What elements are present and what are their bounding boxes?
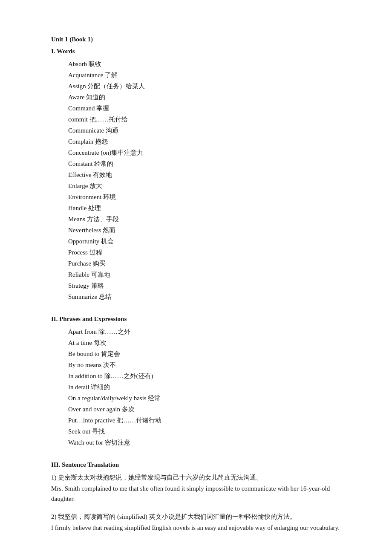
phrase-item: On a regular/daily/wekly basis 经常	[68, 393, 341, 403]
sentence-block: 1) 史密斯太太对我抱怨说，她经常发现与自己十六岁的女儿简直无法沟通。Mrs. …	[51, 472, 341, 504]
sentence-english: Mrs. Smith complained to me that she oft…	[51, 483, 341, 504]
section-phrases: II. Phrases and Expressions Apart from 除…	[51, 314, 341, 448]
phrase-list: Apart from 除……之外At a time 每次Be bound to …	[68, 327, 341, 448]
word-item: Concentrate (on)集中注意力	[68, 147, 341, 158]
word-item: Strategy 策略	[68, 280, 341, 291]
section-sentences-title: III. Sentence Translation	[51, 460, 341, 470]
phrase-item: At a time 每次	[68, 338, 341, 348]
sentence-english: I firmly believe that reading simplified…	[51, 523, 341, 533]
word-item: Process 过程	[68, 247, 341, 257]
section-words-title: I. Words	[51, 46, 341, 56]
word-item: Means 方法、手段	[68, 214, 341, 224]
word-item: Opportunity 机会	[68, 236, 341, 246]
phrase-item: Apart from 除……之外	[68, 327, 341, 337]
section-phrases-title: II. Phrases and Expressions	[51, 314, 341, 324]
phrase-item: By no means 决不	[68, 360, 341, 370]
main-title: Unit 1 (Book 1)	[51, 34, 341, 44]
phrase-item: In detail 详细的	[68, 382, 341, 392]
word-item: Assign 分配（任务）给某人	[68, 81, 341, 91]
section-sentences: III. Sentence Translation 1) 史密斯太太对我抱怨说，…	[51, 460, 341, 533]
phrase-item: In addition to 除……之外(还有)	[68, 371, 341, 381]
word-item: Acquaintance 了解	[68, 70, 341, 80]
sentence-blocks: 1) 史密斯太太对我抱怨说，她经常发现与自己十六岁的女儿简直无法沟通。Mrs. …	[51, 472, 341, 533]
word-item: Nevertheless 然而	[68, 225, 341, 235]
word-item: Summarize 总结	[68, 292, 341, 302]
word-item: Complain 抱怨	[68, 136, 341, 147]
word-item: Aware 知道的	[68, 92, 341, 102]
word-item: Comstant 经常的	[68, 159, 341, 169]
word-item: Environment 环境	[68, 192, 341, 202]
word-item: Handle 处理	[68, 203, 341, 213]
section-words: I. Words Absorb 吸收Acquaintance 了解Assign …	[51, 46, 341, 302]
sentence-chinese: 2) 我坚信，阅读简写的 (simplified) 英文小说是扩大我们词汇量的一…	[51, 512, 341, 522]
word-list: Absorb 吸收Acquaintance 了解Assign 分配（任务）给某人…	[68, 59, 341, 302]
word-item: Purchase 购买	[68, 258, 341, 269]
phrase-item: Put…into practive 把……付诸行动	[68, 415, 341, 425]
word-item: Effective 有效地	[68, 170, 341, 180]
word-item: Command 掌握	[68, 103, 341, 113]
sentence-block: 2) 我坚信，阅读简写的 (simplified) 英文小说是扩大我们词汇量的一…	[51, 512, 341, 533]
word-item: commit 把……托付给	[68, 114, 341, 124]
word-item: Absorb 吸收	[68, 59, 341, 69]
phrase-item: Over and over again 多次	[68, 404, 341, 414]
word-item: Enlarge 放大	[68, 181, 341, 191]
phrase-item: Watch out for 密切注意	[68, 437, 341, 448]
word-item: Communicate 沟通	[68, 125, 341, 136]
phrase-item: Seek out 寻找	[68, 426, 341, 436]
phrase-item: Be bound to 肯定会	[68, 349, 341, 359]
word-item: Reliable 可靠地	[68, 269, 341, 280]
sentence-chinese: 1) 史密斯太太对我抱怨说，她经常发现与自己十六岁的女儿简直无法沟通。	[51, 472, 341, 483]
